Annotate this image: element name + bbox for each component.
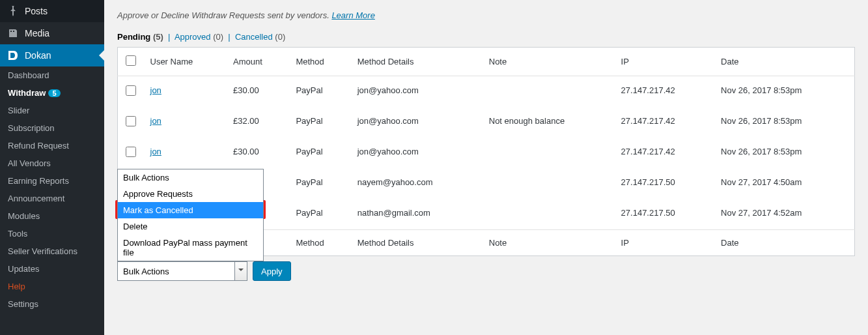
approved-count: (0) [213, 32, 223, 42]
user-link[interactable]: jon [150, 147, 161, 156]
sidebar-sub-modules[interactable]: Modules [0, 207, 104, 225]
cell-date: Nov 27, 2017 4:52am [714, 199, 854, 230]
bulk-select-label: Bulk Actions [123, 267, 169, 276]
cell-ip: 27.147.217.42 [615, 138, 714, 168]
sidebar-sub-earning[interactable]: Earning Reports [0, 172, 104, 190]
bulk-actions-wrap: Bulk Actions Approve Requests Mark as Ca… [117, 261, 855, 281]
bulk-opt-bulk[interactable]: Bulk Actions [118, 169, 263, 186]
cell-ip: 27.147.217.42 [615, 107, 714, 138]
cell-details: nayem@yahoo.com [351, 168, 483, 199]
user-link[interactable]: jon [150, 116, 161, 126]
apply-button[interactable]: Apply [253, 261, 291, 281]
sidebar-sub-dashboard[interactable]: Dashboard [0, 66, 104, 84]
row-checkbox[interactable] [126, 147, 136, 157]
bulk-select[interactable]: Bulk Actions [117, 261, 247, 281]
cell-user: jon [144, 107, 227, 138]
col-note-f[interactable]: Note [483, 230, 615, 256]
sidebar-label: Posts [25, 6, 48, 16]
table-row: jon£30.00PayPaljon@yahoo.com27.147.217.4… [118, 76, 855, 108]
sidebar-sub-withdraw[interactable]: Withdraw5 [0, 84, 104, 102]
select-all-checkbox[interactable] [126, 55, 136, 66]
col-method-f[interactable]: Method [289, 230, 350, 256]
media-icon [7, 27, 20, 40]
col-method[interactable]: Method [289, 48, 350, 76]
cell-note [483, 199, 615, 230]
sidebar-sub-seller[interactable]: Seller Verifications [0, 242, 104, 260]
main-content: Approve or Decline Withdraw Requests sen… [104, 0, 868, 335]
col-amount[interactable]: Amount [227, 48, 289, 76]
cancelled-count: (0) [275, 32, 285, 42]
cell-date: Nov 26, 2017 8:53pm [714, 107, 854, 138]
tab-cancelled[interactable]: Cancelled (0) [235, 32, 285, 42]
cell-method: PayPal [289, 199, 350, 230]
sidebar-sub-announcement[interactable]: Announcement [0, 190, 104, 207]
admin-sidebar: Posts Media Dokan Dashboard Withdraw5 Sl… [0, 0, 104, 335]
cell-note: Not enough balance [483, 107, 615, 138]
col-note[interactable]: Note [483, 48, 615, 76]
sidebar-sub-help[interactable]: Help [0, 278, 104, 295]
cell-method: PayPal [289, 138, 350, 168]
cell-date: Nov 26, 2017 8:53pm [714, 138, 854, 168]
cell-user: jon [144, 138, 227, 168]
sidebar-sub-updates[interactable]: Updates [0, 260, 104, 278]
pending-count: (5) [153, 32, 163, 42]
withdraw-badge: 5 [48, 89, 60, 97]
col-user[interactable]: User Name [144, 48, 227, 76]
cell-method: PayPal [289, 76, 350, 108]
help-text-label: Approve or Decline Withdraw Requests sen… [117, 10, 329, 20]
col-ip[interactable]: IP [615, 48, 714, 76]
status-tabs: Pending (5) | Approved (0) | Cancelled (… [117, 27, 855, 47]
cell-method: PayPal [289, 168, 350, 199]
sidebar-sub-subscription[interactable]: Subscription [0, 119, 104, 137]
table-row: jon£30.00PayPaljon@yahoo.com27.147.217.4… [118, 138, 855, 168]
bulk-opt-cancel[interactable]: Mark as Cancelled [118, 202, 263, 218]
cell-details: jon@yahoo.com [351, 107, 483, 138]
sidebar-label: Media [25, 28, 49, 38]
help-text: Approve or Decline Withdraw Requests sen… [117, 7, 855, 27]
cell-ip: 27.147.217.42 [615, 76, 714, 108]
cell-details: jon@yahoo.com [351, 138, 483, 168]
bulk-dropdown: Bulk Actions Approve Requests Mark as Ca… [117, 169, 264, 261]
tab-pending[interactable]: Pending (5) [117, 32, 163, 42]
col-details-f[interactable]: Method Details [351, 230, 483, 256]
user-link[interactable]: jon [150, 85, 161, 95]
bulk-opt-approve[interactable]: Approve Requests [118, 186, 263, 202]
cell-amount: £32.00 [227, 107, 289, 138]
cell-details: jon@yahoo.com [351, 76, 483, 108]
sidebar-item-media[interactable]: Media [0, 22, 104, 44]
col-ip-f[interactable]: IP [615, 230, 714, 256]
sidebar-sub-tools[interactable]: Tools [0, 225, 104, 242]
cell-note [483, 168, 615, 199]
bulk-opt-delete[interactable]: Delete [118, 218, 263, 235]
learn-more-link[interactable]: Learn More [331, 10, 374, 20]
sidebar-sub-settings[interactable]: Settings [0, 295, 104, 313]
col-details[interactable]: Method Details [351, 48, 483, 76]
select-all-header [118, 48, 144, 76]
cell-method: PayPal [289, 107, 350, 138]
cell-amount: £30.00 [227, 76, 289, 108]
sidebar-sub-vendors[interactable]: All Vendors [0, 154, 104, 172]
cell-date: Nov 27, 2017 4:50am [714, 168, 854, 199]
table-row: jon£32.00PayPaljon@yahoo.comNot enough b… [118, 107, 855, 138]
row-checkbox[interactable] [126, 116, 136, 126]
pin-icon [7, 5, 20, 18]
cell-ip: 27.147.217.50 [615, 168, 714, 199]
col-date[interactable]: Date [714, 48, 854, 76]
dokan-icon [7, 49, 20, 62]
sidebar-label: Dokan [25, 50, 51, 61]
tab-approved[interactable]: Approved (0) [175, 32, 223, 42]
bulk-opt-download[interactable]: Download PayPal mass payment file [118, 235, 263, 261]
cell-note [483, 138, 615, 168]
row-checkbox[interactable] [126, 85, 136, 96]
sidebar-sub-slider[interactable]: Slider [0, 102, 104, 119]
cell-amount: £30.00 [227, 138, 289, 168]
cell-date: Nov 26, 2017 8:53pm [714, 76, 854, 108]
sidebar-sub-refund[interactable]: Refund Request [0, 137, 104, 154]
withdraw-label: Withdraw [8, 88, 46, 98]
cell-note [483, 76, 615, 108]
cell-user: jon [144, 76, 227, 108]
sidebar-item-dokan[interactable]: Dokan [0, 44, 104, 66]
col-date-f[interactable]: Date [714, 230, 854, 256]
cell-ip: 27.147.217.50 [615, 199, 714, 230]
sidebar-item-posts[interactable]: Posts [0, 0, 104, 22]
